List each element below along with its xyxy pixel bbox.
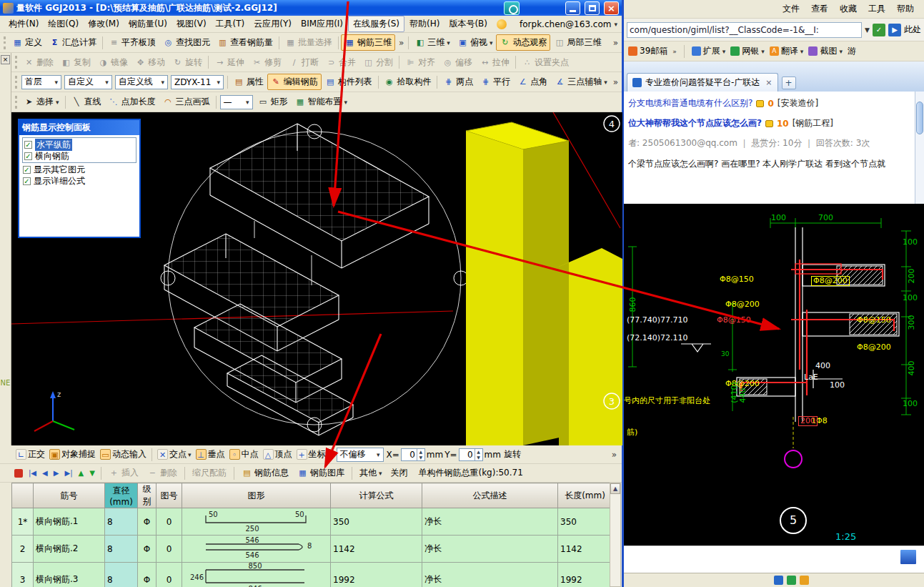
minimize-button[interactable] (565, 1, 580, 15)
document-icon[interactable] (900, 549, 917, 565)
batch-select-button[interactable]: ▦批量选择 (282, 34, 336, 51)
merge-button[interactable]: ⊃合并 (322, 54, 359, 71)
pick-component-button[interactable]: ◉拾取构件 (380, 74, 434, 90)
scroll-up-icon[interactable]: ▲ (610, 483, 620, 494)
rebar-3d-button[interactable]: ▦钢筋三维 (341, 34, 395, 51)
stretch-button[interactable]: ↔拉伸 (476, 54, 513, 71)
mirror-button[interactable]: ◑镜像 (94, 54, 131, 71)
qq-icon[interactable] (497, 19, 507, 29)
browser-menu-help[interactable]: 帮助 (897, 3, 914, 15)
go-icon[interactable]: ▶ (888, 24, 901, 36)
move-up-button[interactable]: ▲ (76, 469, 86, 477)
intersection-snap-toggle[interactable]: ✕交点▾ (156, 448, 193, 461)
rectangle-button[interactable]: ▭矩形 (254, 94, 292, 110)
scrollbar-thumb[interactable] (916, 102, 923, 134)
component-list-button[interactable]: ▤构件列表 (322, 74, 376, 90)
browser-menu-view[interactable]: 查看 (811, 3, 828, 15)
menu-view[interactable]: 视图(V) (172, 16, 211, 31)
col-header-grade[interactable]: 级别 (138, 483, 157, 508)
browser-menu-file[interactable]: 文件 (783, 3, 800, 15)
menu-tools[interactable]: 工具(T) (212, 16, 249, 31)
other-menu-button[interactable]: 其他▾ (356, 465, 386, 481)
scale-rebar-button[interactable]: 缩尺配筋 (189, 465, 230, 481)
toolbar-overflow-icon[interactable]: » (611, 38, 620, 48)
close-table-button[interactable]: 关闭 (387, 465, 411, 481)
panel-item-horizontal-longitudinal[interactable]: ✓水平纵筋 (24, 139, 135, 150)
table-row[interactable]: 1* 横向钢筋.1 8 Φ 0 50 250 50 (12, 508, 612, 536)
rotate-input-toggle[interactable]: 旋转 (502, 448, 522, 461)
move-button[interactable]: ✥移动 (131, 54, 169, 71)
checkbox-checked-icon[interactable]: ✓ (24, 152, 32, 160)
three-point-aux-axis-button[interactable]: ∡三点辅轴▾ (551, 74, 611, 90)
view-rebar-qty-button[interactable]: ▥查看钢筋量 (214, 34, 277, 51)
vertex-snap-toggle[interactable]: △顶点 (262, 448, 294, 461)
close-button[interactable]: × (604, 1, 619, 15)
toolbar-grip[interactable] (15, 96, 18, 109)
checkbox-checked-icon[interactable]: ✓ (24, 141, 32, 149)
browser-menu-favorites[interactable]: 收藏 (840, 3, 857, 15)
col-header-formula-desc[interactable]: 公式描述 (422, 483, 558, 508)
col-header-name[interactable]: 筋号 (34, 483, 105, 508)
menu-help[interactable]: 帮助(H) (405, 16, 444, 31)
category-select[interactable]: 自定义▾ (64, 75, 112, 89)
panel-title[interactable]: 钢筋显示控制面板 (19, 120, 139, 135)
prev-row-button[interactable]: ◀ (40, 469, 50, 477)
copy-button[interactable]: ◧复制 (57, 54, 94, 71)
address-dropdown-icon[interactable]: ▼ (865, 26, 870, 34)
col-header-formula[interactable]: 计算公式 (331, 483, 422, 508)
line-type-select[interactable]: 自定义线▾ (115, 75, 168, 89)
go-label[interactable]: 此处 (904, 24, 921, 36)
find-element-button[interactable]: ◎查找图元 (159, 34, 214, 51)
view-3d-button[interactable]: ◧三维▾ (411, 34, 454, 51)
question-link[interactable]: 分支电缆和普通电缆有什么区别? (628, 97, 752, 109)
update-tray-icon[interactable] (504, 1, 520, 15)
offset-mode-select[interactable]: 不偏移▾ (337, 448, 384, 462)
address-input[interactable]: com/question/giml/list?__ClassCode=-1&__… (627, 22, 862, 38)
col-header-diameter[interactable]: 直径(mm) (105, 483, 138, 508)
new-tab-button[interactable]: + (782, 77, 796, 89)
coordinate-toggle[interactable]: +坐标 (295, 448, 327, 461)
menu-bim[interactable]: BIM应用(I) (297, 16, 347, 31)
panel-item-show-other[interactable]: ✓显示其它图元 (22, 164, 136, 175)
viewport-3d[interactable]: z 4 3 钢筋显示控制面板 ✓水平纵筋 ✓横向钢筋 (11, 112, 622, 445)
checkbox-checked-icon[interactable]: ✓ (23, 166, 31, 174)
smart-layout-button[interactable]: ▦智能布置▾ (292, 94, 352, 110)
maximize-button[interactable] (585, 1, 600, 15)
rebar-library-button[interactable]: ▦钢筋图库 (294, 465, 348, 481)
break-button[interactable]: ∕打断 (285, 54, 322, 71)
bookmark-bank[interactable]: 网银▾ (730, 45, 765, 57)
bookmark-screenshot[interactable]: 截图▾ (808, 45, 843, 57)
move-down-button[interactable]: ▼ (87, 469, 97, 477)
menu-modify[interactable]: 修改(M) (84, 16, 124, 31)
bookmark-mail[interactable]: 39邮箱 (628, 45, 667, 57)
row-number-header[interactable] (12, 483, 34, 508)
toolbar-grip[interactable] (4, 36, 6, 49)
toolbar-grip[interactable] (15, 76, 18, 89)
align-button[interactable]: ⊫对齐 (402, 54, 439, 71)
delete-button[interactable]: ✕删除 (20, 54, 57, 71)
menu-draw[interactable]: 绘图(Q) (44, 16, 83, 31)
account-email[interactable]: forpk.chen@163.com (520, 19, 611, 29)
toolbar-overflow-icon[interactable]: » (611, 77, 620, 87)
osnap-toggle[interactable]: ▣对象捕捉 (48, 448, 97, 461)
taskbar-icon[interactable] (774, 576, 783, 585)
toolbar-overflow-icon[interactable]: » (397, 38, 406, 48)
menu-component[interactable]: 构件(N) (4, 16, 43, 31)
define-button[interactable]: ▦定义 (9, 34, 46, 51)
two-point-axis-button[interactable]: ⋕两点 (439, 74, 477, 90)
x-coordinate-input[interactable]: 0▲▼ (401, 448, 425, 461)
element-name-select[interactable]: ZDYX-11▾ (171, 75, 224, 89)
trim-button[interactable]: ✂修剪 (248, 54, 285, 71)
rebar-info-button[interactable]: ▤钢筋信息 (238, 465, 292, 481)
browser-menu-tools[interactable]: 工具 (868, 3, 885, 15)
offset-button[interactable]: ◎偏移 (439, 54, 476, 71)
tab-close-icon[interactable]: × (763, 78, 772, 87)
line-style-select[interactable]: —▾ (220, 95, 253, 109)
last-row-button[interactable]: ▶| (62, 469, 74, 477)
select-button[interactable]: ➤选择▾ (20, 94, 63, 110)
split-button[interactable]: ◫分割 (359, 54, 397, 71)
col-header-figure-no[interactable]: 图号 (157, 483, 182, 508)
toolbar-overflow-icon[interactable]: » (610, 450, 619, 460)
three-point-arc-button[interactable]: ◠三点画弧 (159, 94, 214, 110)
point-angle-axis-button[interactable]: ∠点角 (514, 74, 551, 90)
